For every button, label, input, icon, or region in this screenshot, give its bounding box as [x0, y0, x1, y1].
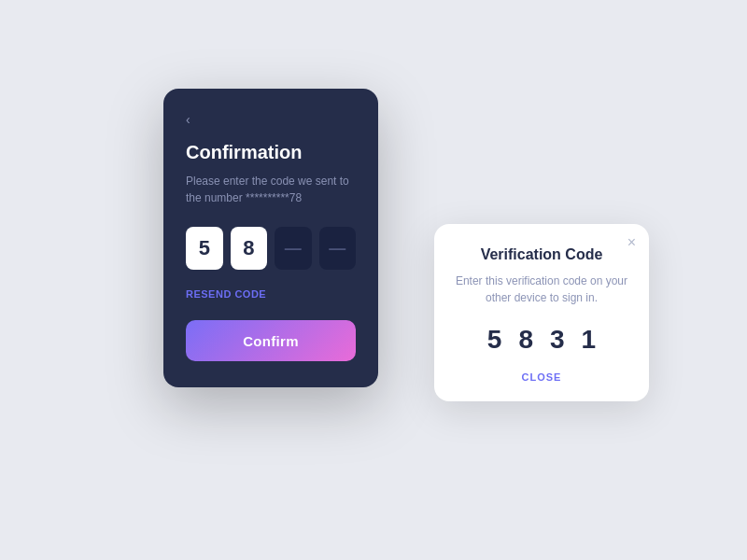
verification-digit-3: 3: [550, 325, 565, 355]
verification-card: × Verification Code Enter this verificat…: [434, 224, 649, 401]
code-box-3[interactable]: [275, 227, 312, 270]
code-box-4[interactable]: [319, 227, 357, 270]
code-box-2[interactable]: 8: [231, 227, 268, 270]
confirmation-subtitle: Please enter the code we sent to the num…: [186, 173, 356, 206]
code-inputs: 5 8: [186, 227, 356, 270]
verification-title: Verification Code: [453, 246, 630, 263]
code-box-1[interactable]: 5: [186, 227, 223, 270]
close-icon[interactable]: ×: [627, 235, 636, 250]
verification-digit-1: 5: [487, 325, 502, 355]
verification-digit-4: 1: [582, 325, 597, 355]
confirmation-card: ‹ Confirmation Please enter the code we …: [163, 89, 378, 387]
resend-link[interactable]: RESEND CODE: [186, 288, 266, 300]
verification-digit-2: 8: [518, 325, 533, 355]
confirm-button[interactable]: Confirm: [186, 320, 356, 361]
verification-code-display: 5 8 3 1: [453, 325, 630, 355]
verification-subtitle: Enter this verification code on your oth…: [453, 273, 630, 306]
close-button[interactable]: CLOSE: [453, 371, 630, 383]
confirmation-title: Confirmation: [186, 142, 356, 163]
back-button[interactable]: ‹: [186, 112, 190, 127]
cards-container: ‹ Confirmation Please enter the code we …: [0, 0, 747, 560]
